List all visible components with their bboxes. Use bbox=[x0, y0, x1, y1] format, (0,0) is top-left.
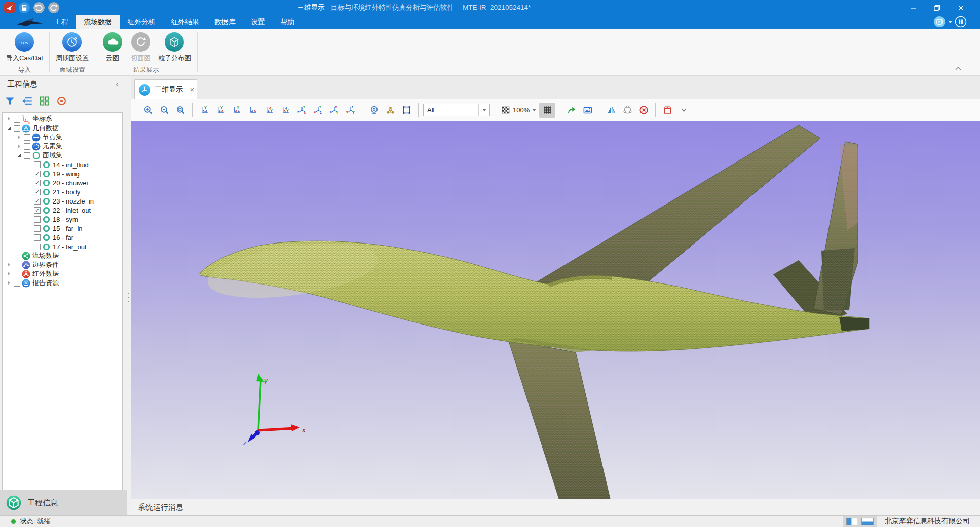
mirror-button[interactable] bbox=[603, 103, 619, 118]
region-combobox[interactable]: All bbox=[423, 104, 490, 116]
layout-help-button[interactable] bbox=[955, 16, 967, 28]
close-button[interactable] bbox=[949, 0, 973, 15]
visibility-checkbox[interactable] bbox=[14, 116, 20, 123]
layout-left-panel-button[interactable] bbox=[846, 518, 858, 525]
expander-icon[interactable] bbox=[6, 125, 12, 132]
visibility-checkbox[interactable] bbox=[34, 234, 41, 241]
ribbon-button-cas[interactable]: cas导入Cas/Dat bbox=[3, 31, 46, 63]
ribbon-button-particles[interactable]: 粒子分布图 bbox=[155, 31, 194, 63]
visibility-checkbox[interactable] bbox=[34, 189, 41, 195]
visibility-checkbox[interactable] bbox=[34, 171, 41, 177]
visibility-checkbox[interactable] bbox=[24, 152, 30, 159]
expander-icon[interactable] bbox=[6, 271, 12, 277]
tree-item-2[interactable]: 节点集 bbox=[3, 133, 122, 142]
tree-item-9[interactable]: 23 - nozzle_in bbox=[3, 196, 122, 206]
mesh-grid-toggle[interactable] bbox=[539, 103, 555, 118]
view-iso2-button[interactable]: Yxz bbox=[310, 103, 326, 118]
visibility-checkbox[interactable] bbox=[14, 271, 20, 277]
thumbnail-grid-icon[interactable] bbox=[39, 95, 50, 107]
splitter-handle[interactable] bbox=[128, 293, 130, 306]
visibility-checkbox[interactable] bbox=[24, 143, 30, 150]
visibility-checkbox[interactable] bbox=[14, 262, 20, 268]
project-panel-footer[interactable]: 工程信息 bbox=[0, 490, 127, 515]
panel-collapse-icon[interactable]: ‹ bbox=[116, 79, 119, 89]
ribbon-button-period[interactable]: 周期面设置 bbox=[53, 31, 92, 63]
style-picker-caret-icon[interactable] bbox=[948, 21, 952, 23]
view-bottom-button[interactable]: xYz bbox=[277, 103, 293, 118]
view-front-button[interactable]: xzY bbox=[196, 103, 212, 118]
view-back-button[interactable]: zxY bbox=[212, 103, 229, 118]
snapshot-button[interactable] bbox=[579, 103, 595, 118]
tree-item-0[interactable]: Yzx坐标系 bbox=[3, 114, 122, 124]
view-iso3-button[interactable]: xzY bbox=[326, 103, 342, 118]
menu-item-0[interactable]: 工程 bbox=[47, 15, 76, 29]
menu-item-2[interactable]: 红外分析 bbox=[120, 15, 163, 29]
visibility-checkbox[interactable] bbox=[14, 125, 20, 132]
expander-icon[interactable] bbox=[16, 143, 22, 150]
locate-target-icon[interactable] bbox=[56, 95, 67, 107]
visibility-checkbox[interactable] bbox=[34, 207, 41, 214]
visibility-checkbox[interactable] bbox=[34, 198, 41, 205]
tree-item-1[interactable]: 几何数据 bbox=[3, 124, 122, 133]
tree-item-4[interactable]: 面域集 bbox=[3, 151, 122, 160]
visibility-checkbox[interactable] bbox=[34, 216, 41, 223]
ribbon-button-cloud[interactable]: 云图 bbox=[98, 31, 127, 63]
zoom-fit-button[interactable] bbox=[172, 103, 189, 118]
zoom-in-button[interactable] bbox=[140, 103, 156, 118]
tree-item-11[interactable]: 18 - sym bbox=[3, 215, 122, 224]
expander-icon[interactable] bbox=[16, 152, 22, 159]
combobox-dropdown-icon[interactable] bbox=[478, 104, 489, 116]
style-picker-button[interactable] bbox=[933, 16, 946, 28]
zoom-out-button[interactable] bbox=[156, 103, 172, 118]
view-right-button[interactable]: zx bbox=[245, 103, 261, 118]
expander-icon[interactable] bbox=[6, 116, 12, 123]
menu-item-3[interactable]: 红外结果 bbox=[163, 15, 207, 29]
tree-item-14[interactable]: 17 - far_out bbox=[3, 242, 122, 251]
tab-3d-view[interactable]: 三维显示 bbox=[134, 79, 197, 99]
tree-item-10[interactable]: 22 - inlet_out bbox=[3, 206, 122, 215]
tree-item-13[interactable]: 16 - far bbox=[3, 233, 122, 242]
save-scene-button[interactable] bbox=[659, 103, 675, 118]
tree-item-18[interactable]: 报告资源 bbox=[3, 278, 122, 288]
visibility-checkbox[interactable] bbox=[24, 134, 30, 141]
layout-bottom-panel-button[interactable] bbox=[861, 518, 874, 525]
view-top-button[interactable]: zYx bbox=[261, 103, 277, 118]
filter-icon[interactable] bbox=[4, 95, 16, 107]
visibility-checkbox[interactable] bbox=[34, 225, 41, 232]
maximize-button[interactable] bbox=[925, 0, 949, 15]
tree-item-17[interactable]: 红外数据 bbox=[3, 269, 122, 278]
menu-item-6[interactable]: 帮助 bbox=[273, 15, 302, 29]
view-left-button[interactable]: xzY bbox=[229, 103, 245, 118]
visibility-checkbox[interactable] bbox=[34, 161, 41, 168]
tree-item-15[interactable]: 流场数据 bbox=[3, 251, 122, 260]
tree-item-16[interactable]: 边界条件 bbox=[3, 260, 122, 269]
tree-item-5[interactable]: 14 - int_fluid bbox=[3, 160, 122, 169]
view-iso4-button[interactable]: zxY bbox=[342, 103, 358, 118]
outline-list-icon[interactable] bbox=[21, 95, 33, 107]
visibility-checkbox[interactable] bbox=[14, 280, 20, 287]
tree-item-8[interactable]: 21 - body bbox=[3, 187, 122, 196]
tree-item-12[interactable]: 15 - far_in bbox=[3, 224, 122, 233]
zoom-caret-icon[interactable] bbox=[532, 109, 536, 111]
tree-item-7[interactable]: 20 - chuiwei bbox=[3, 178, 122, 187]
visibility-checkbox[interactable] bbox=[34, 244, 41, 250]
tree-item-6[interactable]: 19 - wing bbox=[3, 169, 122, 178]
orbit-button[interactable] bbox=[619, 103, 635, 118]
expander-icon[interactable] bbox=[6, 262, 12, 268]
menu-item-4[interactable]: 数据库 bbox=[207, 15, 243, 29]
tab-close-icon[interactable] bbox=[188, 86, 196, 94]
probe-button[interactable] bbox=[366, 103, 382, 118]
menu-item-5[interactable]: 设置 bbox=[243, 15, 273, 29]
menu-item-1[interactable]: 流场数据 bbox=[76, 15, 120, 29]
box-select-button[interactable] bbox=[398, 103, 414, 118]
expander-icon[interactable] bbox=[6, 280, 12, 287]
panel-splitter[interactable] bbox=[127, 76, 131, 515]
ribbon-collapse-chevron-icon[interactable] bbox=[954, 65, 963, 72]
save-scene-caret[interactable] bbox=[675, 103, 692, 118]
expander-icon[interactable] bbox=[16, 134, 22, 141]
export-button[interactable] bbox=[563, 103, 579, 118]
node-display-button[interactable] bbox=[382, 103, 398, 118]
viewport-3d[interactable]: y x z bbox=[131, 121, 980, 499]
zoom-percent-control[interactable]: 100% bbox=[502, 106, 536, 114]
minimize-button[interactable] bbox=[901, 0, 925, 15]
